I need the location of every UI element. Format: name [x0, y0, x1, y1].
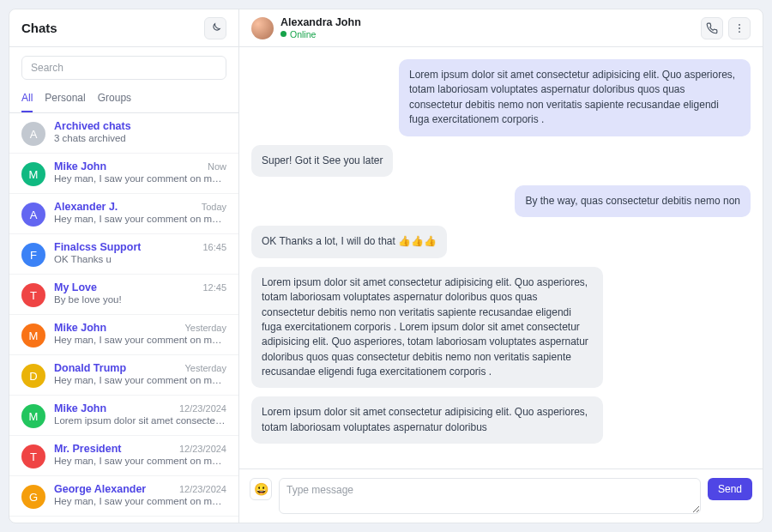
chat-preview: Hey man, I saw your comment on my Figma … — [54, 375, 226, 385]
moon-icon — [209, 22, 221, 34]
avatar: D — [21, 364, 45, 388]
call-button[interactable] — [701, 17, 723, 39]
chat-item[interactable]: GGeorge Alexander12/23/2024Hey man, I sa… — [9, 476, 238, 517]
chat-name: Finalcss Support — [54, 241, 141, 253]
chat-filter-tabs: AllPersonalGroups — [9, 85, 238, 113]
chat-name: My Love — [54, 281, 97, 293]
chat-item[interactable]: TMr. President12/23/2024Hey man, I saw y… — [9, 436, 238, 476]
chat-time: 16:45 — [202, 242, 226, 252]
chat-item[interactable]: DDonald TrumpYesterdayHey man, I saw you… — [9, 355, 238, 396]
chat-preview: By be love you! — [54, 294, 226, 305]
avatar[interactable] — [251, 17, 274, 39]
header-actions — [701, 17, 751, 39]
tab-groups[interactable]: Groups — [98, 85, 131, 112]
chat-preview: 3 chats archived — [54, 133, 226, 143]
chat-body: Mike John12/23/2024Lorem ipsum dolor sit… — [54, 402, 226, 426]
chat-preview: Hey man, I saw your comment on my Figma … — [54, 214, 226, 224]
chat-preview: Hey man, I saw your comment on my Figma … — [54, 173, 226, 184]
chat-item[interactable]: MMike John12/23/2024Lorem ipsum dolor si… — [9, 396, 238, 436]
chat-body: George Alexander12/23/2024Hey man, I saw… — [54, 483, 226, 506]
phone-icon — [706, 22, 718, 34]
avatar: G — [21, 485, 45, 509]
avatar: F — [21, 243, 45, 267]
chat-item[interactable]: MMike JohnNowHey man, I saw your comment… — [9, 154, 238, 194]
chat-preview: Hey man, I saw your comment on my Figma … — [54, 496, 226, 506]
chat-preview: Lorem ipsum dolor sit amet consectetur a… — [54, 415, 226, 426]
chats-title: Chats — [21, 21, 57, 35]
chat-item[interactable]: AAlexander J.TodayHey man, I saw your co… — [9, 194, 238, 234]
chat-item[interactable]: MMike JohnYesterdayHey man, I saw your c… — [9, 315, 238, 355]
header-left: Alexandra John Online — [251, 16, 361, 39]
chat-preview: OK Thanks u — [54, 254, 226, 264]
chat-body: My Love12:45By be love you! — [54, 281, 226, 305]
svg-point-2 — [739, 31, 740, 33]
sidebar: Chats AllPersonalGroups AArchived chats3… — [9, 9, 239, 523]
chat-list[interactable]: AArchived chats3 chats archivedMMike Joh… — [9, 113, 238, 523]
chat-body: Mike JohnNowHey man, I saw your comment … — [54, 160, 226, 184]
message-in[interactable]: Super! Got it See you later — [251, 145, 393, 177]
message-out[interactable]: By the way, quas consectetur debitis nem… — [515, 185, 751, 217]
app-frame: Chats AllPersonalGroups AArchived chats3… — [9, 9, 763, 523]
message-list[interactable]: Lorem ipsum dolor sit amet consectetur a… — [239, 47, 763, 469]
avatar: T — [21, 283, 45, 307]
chat-body: Donald TrumpYesterdayHey man, I saw your… — [54, 362, 226, 385]
conversation-pane: Alexandra John Online Lorem ipsum dolor … — [239, 9, 763, 523]
chat-name: Alexander J. — [54, 201, 118, 213]
more-button[interactable] — [728, 17, 751, 39]
chat-body: Mr. President12/23/2024Hey man, I saw yo… — [54, 443, 226, 466]
conversation-header: Alexandra John Online — [239, 9, 763, 47]
avatar: M — [21, 162, 45, 186]
chat-preview: Hey man, I saw your comment on my Figma … — [54, 456, 226, 466]
chat-item[interactable]: AArchived chats3 chats archived — [9, 113, 238, 154]
send-button[interactable]: Send — [708, 478, 752, 500]
chat-time: Now — [208, 161, 226, 172]
svg-point-1 — [739, 27, 740, 29]
chat-time: Today — [202, 202, 226, 212]
chat-time: 12/23/2024 — [179, 484, 226, 494]
chat-name: Mike John — [54, 160, 106, 172]
chat-body: Alexander J.TodayHey man, I saw your com… — [54, 201, 226, 224]
more-vertical-icon — [733, 22, 745, 34]
chat-body: Mike JohnYesterdayHey man, I saw your co… — [54, 322, 226, 345]
avatar: M — [21, 323, 45, 348]
message-in[interactable]: OK Thanks a lot, I will do that 👍👍👍 — [251, 226, 447, 257]
avatar: M — [21, 404, 45, 428]
chat-preview: Hey man, I saw your comment on my Figma … — [54, 335, 226, 345]
composer: 😀 Send — [239, 469, 763, 523]
chat-name: Archived chats — [54, 120, 131, 132]
message-in[interactable]: Lorem ipsum dolor sit amet consectetur a… — [251, 267, 603, 389]
chat-body: Archived chats3 chats archived — [54, 120, 226, 143]
chat-time: Yesterday — [184, 363, 226, 373]
chat-time: 12:45 — [202, 282, 226, 293]
avatar: A — [21, 122, 45, 146]
theme-toggle-button[interactable] — [204, 17, 226, 39]
sidebar-header: Chats — [9, 9, 238, 47]
chat-item[interactable]: TMy Love12:45By be love you! — [9, 275, 238, 315]
avatar: A — [21, 203, 45, 227]
chat-name: Mr. President — [54, 443, 122, 455]
search-wrap — [9, 47, 238, 85]
chat-time: Yesterday — [184, 323, 226, 333]
emoji-button[interactable]: 😀 — [250, 478, 272, 500]
chat-time: 12/23/2024 — [179, 444, 226, 454]
chat-name: Donald Trump — [54, 362, 126, 374]
message-input[interactable] — [279, 478, 701, 514]
svg-point-0 — [739, 23, 740, 25]
chat-body: Finalcss Support16:45OK Thanks u — [54, 241, 226, 264]
tab-personal[interactable]: Personal — [45, 85, 85, 112]
search-input[interactable] — [21, 56, 226, 80]
chat-name: Mike John — [54, 402, 106, 414]
message-in[interactable]: Lorem ipsum dolor sit amet consectetur a… — [251, 396, 603, 444]
message-out[interactable]: Lorem ipsum dolor sit amet consectetur a… — [399, 59, 751, 136]
avatar: T — [21, 444, 45, 469]
chat-name: Mike John — [54, 322, 106, 334]
header-info: Alexandra John Online — [280, 16, 361, 39]
chat-name: George Alexander — [54, 483, 146, 495]
chat-time: 12/23/2024 — [179, 403, 226, 414]
contact-name: Alexandra John — [280, 16, 361, 28]
chat-item[interactable]: FFinalcss Support16:45OK Thanks u — [9, 234, 238, 275]
tab-all[interactable]: All — [21, 85, 33, 112]
status-badge: Online — [280, 29, 361, 39]
